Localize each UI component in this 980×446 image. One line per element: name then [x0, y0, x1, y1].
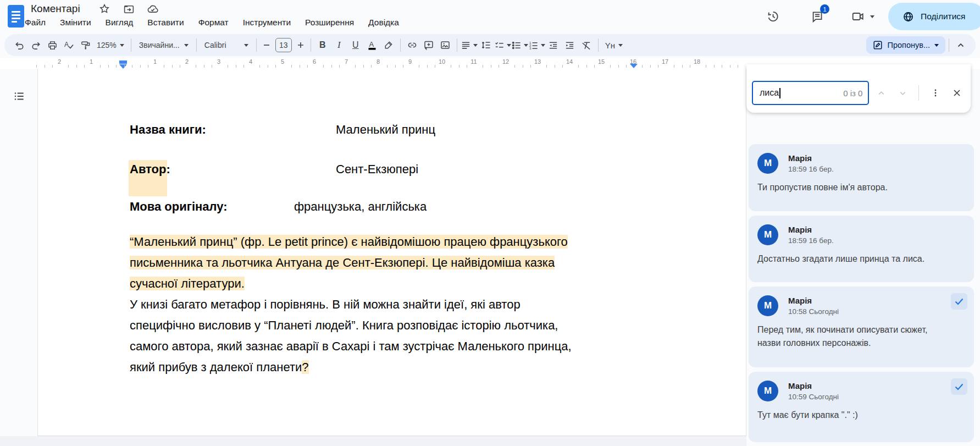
ruler-tick [459, 65, 459, 68]
menu-tools[interactable]: Інструменти [236, 15, 298, 30]
doc-meta-row-language: Мова оригіналу: французька, англійська [130, 200, 707, 216]
document-title[interactable]: Коментарі [31, 3, 80, 15]
editing-mode-button[interactable]: Пропонув... [866, 36, 945, 54]
comment-author: Марія [788, 224, 965, 234]
ruler-tick [530, 65, 531, 68]
paragraph-style-select[interactable]: Звичайни... [135, 37, 193, 53]
toolbar-divider [949, 38, 949, 52]
doc-label-language: Мова оригіналу: [130, 200, 228, 213]
menu-view[interactable]: Вигляд [98, 15, 141, 30]
ruler-tick [371, 65, 372, 68]
menu-bar: Файл Змінити Вигляд Вставити Формат Інст… [18, 15, 406, 30]
insert-image-button[interactable] [437, 37, 453, 53]
numbered-list-button[interactable]: 123 [528, 37, 545, 53]
menu-edit[interactable]: Змінити [53, 15, 98, 30]
find-close-icon[interactable] [948, 84, 966, 102]
undo-button[interactable] [11, 37, 27, 53]
doc-meta-row-author: Автор: Сент-Екзюпері [130, 162, 707, 179]
find-next-button[interactable] [893, 84, 912, 102]
ruler-number: 3 [217, 58, 220, 65]
ruler-tick [180, 65, 180, 68]
line-spacing-button[interactable] [478, 37, 494, 53]
ruler-number: 10 [439, 58, 445, 65]
version-history-icon[interactable] [764, 8, 782, 25]
comments-history-icon[interactable]: 1 [808, 8, 826, 25]
star-icon[interactable] [98, 2, 111, 15]
comment-timestamp: 10:59 Сьогодні [788, 393, 965, 401]
chevron-down-icon [244, 44, 248, 47]
bulleted-list-button[interactable] [511, 37, 528, 53]
ruler-tick [690, 65, 690, 68]
document-page[interactable]: Назва книги: Маленький принц Автор: Сент… [37, 69, 746, 436]
chevron-down-icon [507, 44, 511, 47]
find-input[interactable]: лиса 0 із 0 [752, 81, 869, 105]
italic-button[interactable]: I [331, 37, 347, 53]
ruler-tick [730, 65, 730, 68]
font-size-input[interactable]: 13 [275, 38, 292, 52]
video-call-dropdown-icon[interactable] [867, 8, 877, 25]
video-call-icon[interactable] [849, 8, 867, 25]
increase-font-size-button[interactable] [294, 37, 307, 53]
decrease-indent-button[interactable] [545, 37, 562, 53]
underline-button[interactable]: U [347, 37, 364, 53]
toolbar-divider [457, 38, 457, 52]
ruler-tick [610, 65, 611, 68]
ruler-tick [132, 65, 132, 68]
comment-card[interactable]: M Марія 18:59 16 бер. Ти пропустив повне… [749, 144, 974, 211]
share-button[interactable]: Поділитися [888, 3, 980, 30]
menu-insert[interactable]: Вставити [140, 15, 191, 30]
bold-button[interactable]: B [314, 37, 331, 53]
ruler-tick [491, 65, 491, 68]
print-button[interactable] [44, 37, 60, 53]
comment-card[interactable]: M Марія 18:59 16 бер. Достатньо згадати … [749, 216, 974, 282]
ruler-tick [523, 65, 523, 68]
comment-card[interactable]: M Марія 10:58 Сьогодні Перед тим, як поч… [749, 287, 974, 367]
move-folder-icon[interactable] [122, 2, 135, 15]
text-color-button[interactable]: A [364, 37, 380, 53]
comment-author: Марія [788, 295, 965, 305]
chevron-down-icon [524, 44, 528, 47]
clear-formatting-button[interactable] [578, 37, 595, 53]
doc-value-language: французька, англійська [294, 200, 427, 214]
find-previous-button[interactable] [872, 84, 890, 102]
comment-text: Достатньо згадати лише принца та лиса. [757, 252, 965, 266]
person-tool-button[interactable]: Yн [602, 37, 626, 53]
comment-card[interactable]: M Марія 10:59 Сьогодні Тут має бути крап… [749, 372, 974, 442]
ruler-tick [650, 65, 651, 68]
zoom-select[interactable]: 125% [93, 37, 128, 53]
avatar: M [757, 295, 778, 316]
share-button-label: Поділитися [921, 12, 966, 21]
increase-indent-button[interactable] [562, 37, 578, 53]
menu-format[interactable]: Формат [191, 15, 236, 30]
document-outline-icon[interactable] [11, 88, 27, 104]
indent-marker-left-icon[interactable] [119, 60, 127, 69]
checklist-button[interactable] [494, 37, 511, 53]
ruler-tick [140, 65, 141, 68]
menu-extensions[interactable]: Розширення [298, 15, 361, 30]
ruler-tick [259, 65, 260, 68]
cloud-status-icon[interactable] [146, 2, 159, 15]
ruler-tick [236, 65, 236, 68]
paint-format-button[interactable] [77, 37, 93, 53]
ruler-tick [451, 65, 451, 68]
ruler-tick [363, 65, 364, 68]
find-more-options-icon[interactable] [926, 84, 945, 102]
resolve-comment-button[interactable] [951, 293, 967, 310]
spellcheck-button[interactable]: A [60, 37, 77, 53]
decrease-font-size-button[interactable] [260, 37, 273, 53]
comment-timestamp: 18:59 16 бер. [788, 236, 965, 245]
font-select[interactable]: Calibri [200, 37, 253, 53]
ruler-tick [499, 65, 499, 68]
collapse-toolbar-button[interactable] [953, 37, 969, 53]
highlight-color-button[interactable] [380, 37, 397, 53]
menu-file[interactable]: Файл [18, 15, 53, 30]
add-comment-button[interactable] [420, 37, 437, 53]
text-cursor [779, 88, 780, 98]
align-button[interactable] [461, 37, 478, 53]
ruler-number: 11 [470, 58, 477, 65]
ruler-tick [300, 65, 300, 68]
redo-button[interactable] [27, 37, 44, 53]
menu-help[interactable]: Довідка [361, 15, 406, 30]
resolve-comment-button[interactable] [951, 378, 967, 395]
insert-link-button[interactable] [404, 37, 420, 53]
